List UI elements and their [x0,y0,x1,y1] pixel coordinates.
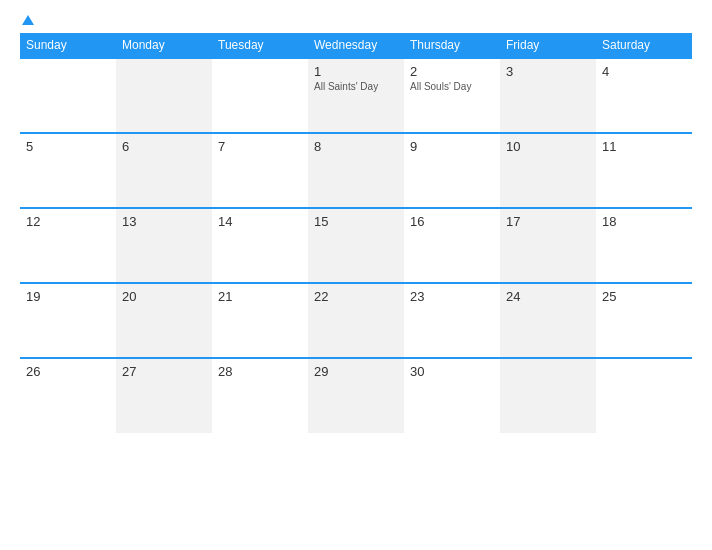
day-number: 2 [410,64,494,79]
day-number: 30 [410,364,494,379]
day-cell [500,358,596,433]
day-number: 1 [314,64,398,79]
day-cell: 1All Saints' Day [308,58,404,133]
day-cell: 28 [212,358,308,433]
weekday-header-thursday: Thursday [404,33,500,58]
day-cell: 29 [308,358,404,433]
week-row-1: 1All Saints' Day2All Souls' Day34 [20,58,692,133]
day-cell: 24 [500,283,596,358]
day-cell: 5 [20,133,116,208]
day-cell: 23 [404,283,500,358]
day-number: 23 [410,289,494,304]
day-cell: 21 [212,283,308,358]
calendar-header [20,15,692,25]
day-number: 19 [26,289,110,304]
day-cell: 30 [404,358,500,433]
day-number: 9 [410,139,494,154]
day-cell [116,58,212,133]
day-cell: 20 [116,283,212,358]
day-cell: 3 [500,58,596,133]
week-row-2: 567891011 [20,133,692,208]
logo [20,15,34,25]
weekday-header-row: SundayMondayTuesdayWednesdayThursdayFrid… [20,33,692,58]
day-cell: 9 [404,133,500,208]
day-number: 13 [122,214,206,229]
day-number: 28 [218,364,302,379]
day-number: 25 [602,289,686,304]
logo-triangle-icon [22,15,34,25]
day-number: 21 [218,289,302,304]
calendar-table: SundayMondayTuesdayWednesdayThursdayFrid… [20,33,692,433]
day-cell: 15 [308,208,404,283]
calendar-container: SundayMondayTuesdayWednesdayThursdayFrid… [0,0,712,550]
weekday-header-friday: Friday [500,33,596,58]
day-cell: 10 [500,133,596,208]
day-number: 14 [218,214,302,229]
day-number: 27 [122,364,206,379]
day-cell: 27 [116,358,212,433]
day-number: 22 [314,289,398,304]
day-cell: 7 [212,133,308,208]
day-number: 17 [506,214,590,229]
day-cell: 12 [20,208,116,283]
day-cell [212,58,308,133]
week-row-5: 2627282930 [20,358,692,433]
weekday-header-sunday: Sunday [20,33,116,58]
weekday-header-saturday: Saturday [596,33,692,58]
day-number: 15 [314,214,398,229]
weekday-header-monday: Monday [116,33,212,58]
day-cell: 14 [212,208,308,283]
day-number: 3 [506,64,590,79]
day-number: 4 [602,64,686,79]
day-number: 29 [314,364,398,379]
day-cell: 8 [308,133,404,208]
day-cell: 11 [596,133,692,208]
day-number: 5 [26,139,110,154]
week-row-3: 12131415161718 [20,208,692,283]
day-number: 7 [218,139,302,154]
holiday-label: All Souls' Day [410,81,494,93]
day-number: 12 [26,214,110,229]
day-cell: 26 [20,358,116,433]
day-number: 20 [122,289,206,304]
day-cell [596,358,692,433]
day-number: 18 [602,214,686,229]
day-number: 16 [410,214,494,229]
day-number: 10 [506,139,590,154]
day-cell: 19 [20,283,116,358]
weekday-header-wednesday: Wednesday [308,33,404,58]
day-cell: 25 [596,283,692,358]
day-number: 8 [314,139,398,154]
day-cell: 17 [500,208,596,283]
day-number: 6 [122,139,206,154]
weekday-header-tuesday: Tuesday [212,33,308,58]
day-cell: 18 [596,208,692,283]
day-cell: 13 [116,208,212,283]
day-number: 11 [602,139,686,154]
day-cell: 16 [404,208,500,283]
day-cell: 22 [308,283,404,358]
day-number: 26 [26,364,110,379]
day-cell [20,58,116,133]
day-cell: 6 [116,133,212,208]
day-cell: 2All Souls' Day [404,58,500,133]
day-cell: 4 [596,58,692,133]
day-number: 24 [506,289,590,304]
week-row-4: 19202122232425 [20,283,692,358]
holiday-label: All Saints' Day [314,81,398,93]
